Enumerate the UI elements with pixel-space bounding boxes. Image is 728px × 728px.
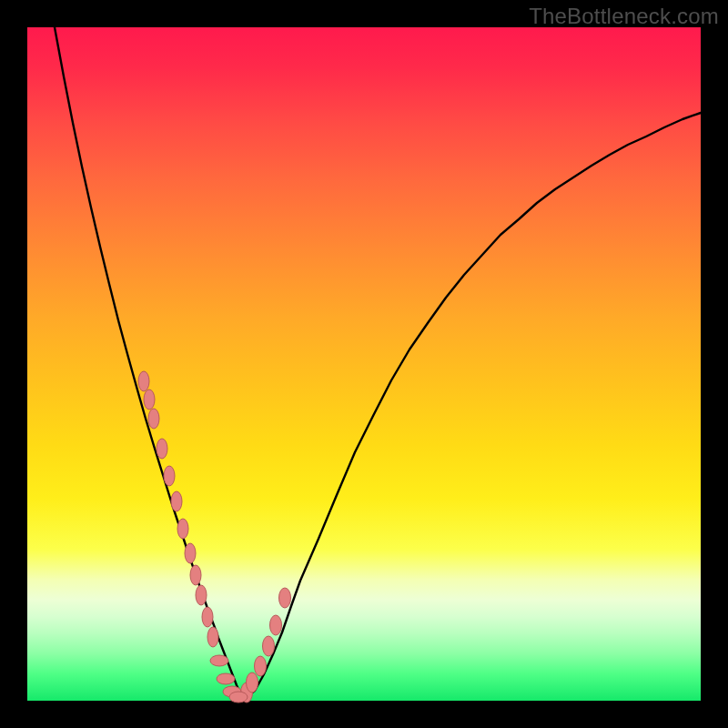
curve-marker xyxy=(148,409,159,429)
curve-marker xyxy=(270,615,282,635)
curve-marker xyxy=(185,543,196,563)
curve-marker xyxy=(210,655,228,666)
chart-frame: TheBottleneck.com xyxy=(0,0,728,728)
curve-marker xyxy=(202,607,213,627)
curve-svg xyxy=(27,27,701,701)
curve-marker xyxy=(138,371,149,391)
curve-marker xyxy=(263,636,275,656)
curve-marker xyxy=(207,627,218,647)
curve-group xyxy=(55,27,701,703)
curve-marker xyxy=(217,673,235,684)
curve-marker xyxy=(164,466,175,486)
curve-marker xyxy=(190,565,201,585)
curve-marker xyxy=(144,389,155,410)
plot-area xyxy=(27,27,701,701)
markers-right-branch xyxy=(241,588,291,703)
curve-marker xyxy=(157,439,167,459)
curve-marker xyxy=(247,672,258,693)
curve-marker xyxy=(255,656,267,676)
curve-marker xyxy=(229,692,248,703)
bottleneck-curve xyxy=(55,27,701,697)
watermark-text: TheBottleneck.com xyxy=(529,4,719,29)
curve-marker xyxy=(196,585,207,605)
curve-marker xyxy=(171,491,182,511)
curve-marker xyxy=(279,588,291,608)
curve-marker xyxy=(177,519,188,539)
